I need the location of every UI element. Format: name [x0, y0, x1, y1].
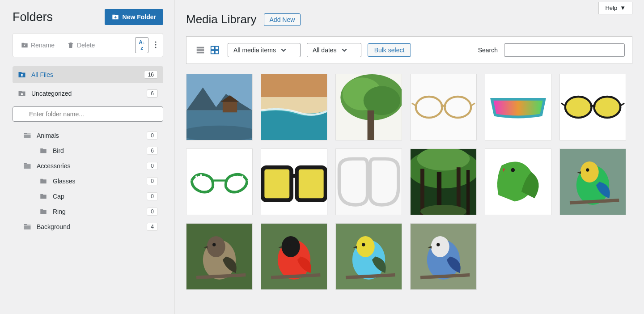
media-item-clear-glasses[interactable]: [335, 149, 402, 215]
media-item-blue-jay[interactable]: [410, 223, 477, 290]
tree-count: 0: [147, 162, 158, 170]
media-item-forest-path[interactable]: [410, 149, 477, 215]
rename-icon: [21, 42, 28, 49]
tree-item-cap[interactable]: Cap0: [13, 189, 163, 204]
folder-label: All Files: [31, 71, 139, 78]
media-item-yellow-oval-glasses[interactable]: [559, 74, 626, 140]
subfolder-icon: [39, 208, 47, 216]
chevron-down-icon: ▼: [620, 4, 626, 11]
svg-rect-14: [223, 102, 237, 113]
svg-point-69: [282, 236, 300, 257]
svg-point-16: [186, 126, 252, 140]
grid-view-button[interactable]: [208, 43, 221, 57]
media-item-tree-canopy[interactable]: [335, 74, 402, 140]
media-item-green-cateye-glasses[interactable]: [186, 149, 253, 215]
svg-point-33: [594, 97, 620, 118]
media-type-filter[interactable]: All media items: [228, 43, 301, 57]
svg-point-41: [242, 176, 243, 178]
svg-rect-8: [215, 47, 218, 50]
list-view-button[interactable]: [194, 43, 207, 57]
svg-rect-10: [215, 51, 218, 54]
view-toggle: [194, 43, 221, 57]
subfolder-icon: [39, 147, 47, 155]
search-label: Search: [478, 47, 498, 54]
more-button[interactable]: [152, 39, 159, 51]
media-item-sport-shades[interactable]: [485, 74, 551, 140]
folder-toolbar: Rename Delete A↓Z: [13, 33, 163, 57]
svg-rect-53: [466, 170, 470, 215]
subfolder-icon: [39, 177, 47, 185]
media-item-scarlet-tanager[interactable]: [261, 223, 327, 290]
svg-point-56: [511, 168, 515, 172]
rename-button[interactable]: Rename: [17, 39, 59, 51]
tree-count: 6: [147, 147, 158, 155]
media-item-yellow-square-glasses[interactable]: [261, 149, 327, 215]
svg-point-70: [287, 243, 290, 246]
folder-alert-icon: [18, 89, 26, 98]
folder-uncategorized[interactable]: Uncategorized 6: [13, 85, 163, 102]
tree-item-ring[interactable]: Ring0: [13, 204, 163, 219]
folder-icon: [23, 223, 31, 231]
tree-item-background[interactable]: Background4: [13, 219, 163, 234]
svg-point-74: [356, 236, 375, 257]
grid-icon: [210, 45, 220, 55]
help-label: Help: [605, 4, 617, 11]
media-grid: [186, 74, 632, 290]
tree-count: 0: [147, 132, 158, 140]
tree-item-bird[interactable]: Bird6: [13, 143, 163, 158]
trash-icon: [67, 42, 74, 49]
svg-rect-4: [197, 47, 204, 49]
svg-point-2: [155, 47, 156, 48]
tree-label: Animals: [37, 132, 141, 139]
new-folder-label: New Folder: [123, 13, 156, 21]
svg-point-32: [565, 97, 592, 118]
svg-point-65: [212, 243, 216, 246]
page-title: Media Library: [186, 13, 257, 26]
folder-count: 6: [147, 89, 158, 98]
sort-button[interactable]: A↓Z: [135, 37, 148, 53]
tree-label: Bird: [53, 147, 141, 154]
tree-label: Ring: [53, 208, 141, 215]
delete-button[interactable]: Delete: [63, 39, 99, 51]
tree-item-glasses[interactable]: Glasses0: [13, 174, 163, 189]
media-item-sparrow[interactable]: [186, 223, 253, 290]
filter-bar: All media items All dates Bulk select Se…: [186, 36, 632, 64]
svg-rect-50: [420, 169, 424, 215]
media-item-green-tanager[interactable]: [559, 149, 626, 215]
home-folder-icon: [18, 71, 26, 79]
tree-count: 4: [147, 223, 158, 231]
svg-point-40: [200, 174, 202, 176]
folder-count: 16: [144, 71, 158, 79]
tree-item-accessories[interactable]: Accessories0: [13, 158, 163, 174]
help-tab[interactable]: Help ▼: [598, 2, 632, 14]
svg-point-60: [586, 168, 589, 171]
tree-count: 0: [147, 177, 158, 185]
search-input[interactable]: [504, 43, 625, 57]
svg-point-75: [362, 243, 365, 246]
date-filter[interactable]: All dates: [307, 43, 361, 57]
tree-count: 0: [147, 192, 158, 200]
svg-point-1: [155, 44, 156, 45]
rename-label: Rename: [31, 42, 55, 49]
delete-label: Delete: [77, 42, 95, 49]
tree-count: 0: [147, 208, 158, 216]
media-item-budgie[interactable]: [335, 223, 402, 290]
folder-all-files[interactable]: All Files 16: [13, 66, 163, 83]
media-item-green-parrot[interactable]: [485, 149, 551, 215]
tree-label: Glasses: [53, 178, 141, 185]
list-icon: [195, 45, 205, 55]
new-folder-button[interactable]: New Folder: [105, 9, 163, 25]
svg-point-39: [195, 176, 197, 178]
svg-rect-24: [411, 74, 476, 140]
svg-point-64: [207, 236, 225, 257]
add-new-button[interactable]: Add New: [264, 13, 301, 26]
tree-item-animals[interactable]: Animals0: [13, 128, 163, 143]
media-item-round-glasses[interactable]: [410, 74, 477, 140]
tree-label: Cap: [53, 193, 141, 200]
bulk-select-button[interactable]: Bulk select: [368, 43, 411, 57]
media-item-lake-cabin[interactable]: [186, 74, 253, 140]
svg-rect-17: [261, 74, 327, 97]
media-item-beach-aerial[interactable]: [261, 74, 327, 140]
svg-rect-37: [186, 149, 252, 215]
folder-search-input[interactable]: [13, 106, 163, 122]
